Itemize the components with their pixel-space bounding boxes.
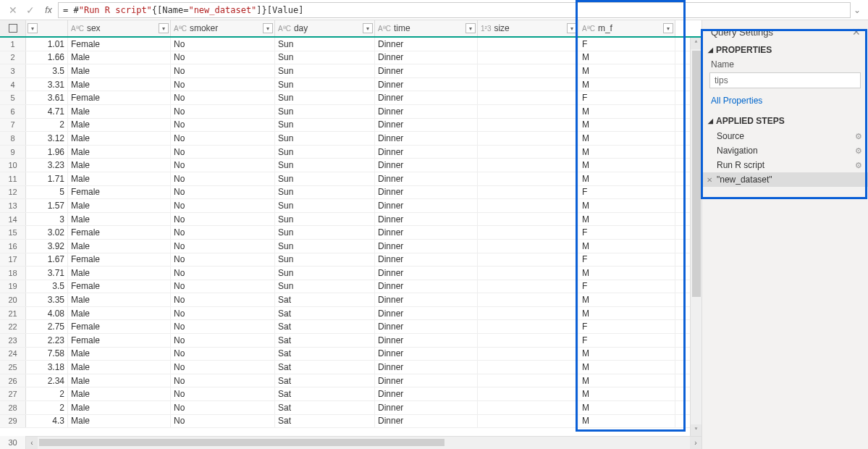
table-row[interactable]: 294.3MaleNoSatDinnerM (0, 415, 690, 429)
cell-smoker[interactable]: No (171, 348, 275, 361)
cell-mf[interactable]: F (579, 280, 675, 293)
cell-smoker[interactable]: No (171, 186, 275, 199)
applied-step[interactable]: ✕"new_dataset" (702, 172, 868, 187)
cell-smoker[interactable]: No (171, 105, 275, 118)
cell-size[interactable] (478, 253, 579, 267)
gear-icon[interactable]: ⚙ (855, 146, 862, 156)
cell-time[interactable]: Dinner (375, 64, 478, 77)
cell-time[interactable]: Dinner (375, 334, 478, 347)
filter-dropdown-icon[interactable]: ▾ (28, 23, 38, 33)
cell-mf[interactable]: M (579, 307, 675, 320)
cell-size[interactable] (478, 320, 579, 333)
cell-sex[interactable]: Male (68, 119, 171, 132)
close-icon[interactable]: ✕ (852, 26, 861, 38)
filter-dropdown-icon[interactable]: ▾ (263, 23, 273, 33)
cell-tip[interactable]: 3.23 (26, 159, 68, 172)
cell-size[interactable] (478, 213, 579, 226)
cell-mf[interactable]: F (579, 226, 675, 239)
cell-mf[interactable]: M (579, 51, 675, 64)
cell-smoker[interactable]: No (171, 226, 275, 239)
cell-time[interactable]: Dinner (375, 78, 478, 91)
cell-sex[interactable]: Female (68, 186, 171, 199)
cell-sex[interactable]: Female (68, 91, 171, 104)
cell-tip[interactable]: 3.5 (26, 64, 68, 77)
table-row[interactable]: 131.57MaleNoSunDinnerM (0, 199, 690, 213)
scroll-left-icon[interactable]: ‹ (26, 437, 38, 449)
cell-mf[interactable]: M (579, 64, 675, 77)
cell-tip[interactable]: 2 (26, 401, 68, 414)
table-row[interactable]: 143MaleNoSunDinnerM (0, 213, 690, 227)
confirm-icon[interactable]: ✓ (22, 2, 39, 18)
cell-mf[interactable]: M (579, 146, 675, 159)
cell-sex[interactable]: Female (68, 280, 171, 293)
cell-mf[interactable]: M (579, 387, 675, 400)
cell-mf[interactable]: M (579, 240, 675, 253)
cell-smoker[interactable]: No (171, 361, 275, 374)
cell-tip[interactable]: 3.5 (26, 280, 68, 293)
cell-time[interactable]: Dinner (375, 51, 478, 64)
cell-day[interactable]: Sat (275, 361, 375, 374)
cell-day[interactable]: Sat (275, 348, 375, 361)
cell-size[interactable] (478, 132, 579, 145)
table-icon[interactable] (0, 20, 26, 36)
table-row[interactable]: 33.5MaleNoSunDinnerM (0, 64, 690, 78)
cell-sex[interactable]: Male (68, 374, 171, 387)
cell-day[interactable]: Sun (275, 213, 375, 226)
cell-sex[interactable]: Male (68, 307, 171, 320)
scroll-thumb[interactable] (39, 439, 444, 446)
cell-size[interactable] (478, 415, 579, 428)
cell-day[interactable]: Sat (275, 334, 375, 347)
cell-sex[interactable]: Male (68, 146, 171, 159)
horizontal-scrollbar[interactable]: ‹ › (26, 436, 701, 449)
cell-day[interactable]: Sun (275, 78, 375, 91)
cell-day[interactable]: Sat (275, 320, 375, 333)
cell-sex[interactable]: Male (68, 199, 171, 212)
cell-time[interactable]: Dinner (375, 267, 478, 280)
cell-smoker[interactable]: No (171, 387, 275, 400)
cancel-icon[interactable]: ✕ (4, 2, 22, 18)
cell-mf[interactable]: F (579, 38, 675, 51)
cell-tip[interactable]: 3.92 (26, 240, 68, 253)
cell-size[interactable] (478, 374, 579, 387)
table-row[interactable]: 53.61FemaleNoSunDinnerF (0, 91, 690, 105)
cell-day[interactable]: Sun (275, 199, 375, 212)
cell-time[interactable]: Dinner (375, 119, 478, 132)
gear-icon[interactable]: ⚙ (855, 132, 862, 141)
cell-size[interactable] (478, 105, 579, 118)
cell-smoker[interactable]: No (171, 132, 275, 145)
cell-time[interactable]: Dinner (375, 240, 478, 253)
column-header-size[interactable]: 1²3 size ▾ (478, 20, 579, 36)
scroll-up-icon[interactable]: ˄ (691, 38, 701, 49)
table-row[interactable]: 43.31MaleNoSunDinnerM (0, 78, 690, 92)
cell-tip[interactable]: 3.71 (26, 267, 68, 280)
cell-mf[interactable]: M (579, 172, 675, 185)
cell-tip[interactable]: 3.61 (26, 91, 68, 104)
cell-time[interactable]: Dinner (375, 159, 478, 172)
cell-size[interactable] (478, 51, 579, 64)
cell-day[interactable]: Sun (275, 186, 375, 199)
cell-size[interactable] (478, 307, 579, 320)
table-row[interactable]: 72MaleNoSunDinnerM (0, 119, 690, 133)
cell-smoker[interactable]: No (171, 267, 275, 280)
gear-icon[interactable]: ⚙ (855, 161, 862, 170)
table-row[interactable]: 253.18MaleNoSatDinnerM (0, 361, 690, 374)
cell-tip[interactable]: 3.31 (26, 78, 68, 91)
all-properties-link[interactable]: All Properties (702, 93, 868, 113)
table-row[interactable]: 262.34MaleNoSatDinnerM (0, 374, 690, 388)
cell-day[interactable]: Sun (275, 119, 375, 132)
cell-time[interactable]: Dinner (375, 105, 478, 118)
cell-mf[interactable]: F (579, 320, 675, 333)
cell-sex[interactable]: Male (68, 267, 171, 280)
cell-sex[interactable]: Male (68, 240, 171, 253)
table-row[interactable]: 153.02FemaleNoSunDinnerF (0, 226, 690, 240)
cell-time[interactable]: Dinner (375, 320, 478, 333)
cell-time[interactable]: Dinner (375, 401, 478, 414)
cell-mf[interactable]: M (579, 293, 675, 306)
cell-smoker[interactable]: No (171, 51, 275, 64)
cell-tip[interactable]: 3 (26, 213, 68, 226)
fx-icon[interactable]: fx (39, 5, 58, 15)
formula-input[interactable]: = # "Run R script" {[Name= "new_dataset"… (58, 2, 851, 18)
cell-time[interactable]: Dinner (375, 348, 478, 361)
cell-time[interactable]: Dinner (375, 387, 478, 400)
cell-time[interactable]: Dinner (375, 199, 478, 212)
